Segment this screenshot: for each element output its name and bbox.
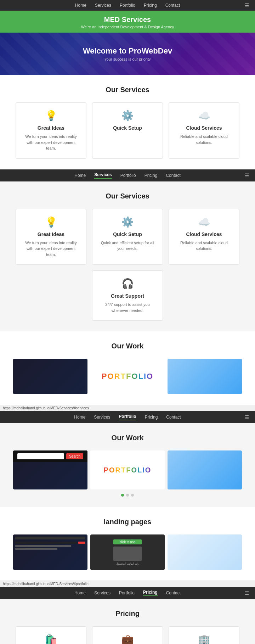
services-title-2: Our Services: [7, 192, 248, 200]
search-sim-btn: Search: [66, 453, 83, 459]
sticky-contact-p[interactable]: Contact: [166, 415, 181, 420]
portfolio-thumb-blue-1: [168, 359, 242, 394]
card-quick-setup-2: ⚙️ Quick Setup Quick and efficient setup…: [92, 209, 163, 265]
portfolio-thumb-colorful-1: PORTFOLIO: [90, 359, 165, 394]
card-quick-setup-1: ⚙️ Quick Setup: [92, 102, 163, 159]
menu-icon: ☰: [245, 2, 249, 8]
sticky-services-p[interactable]: Services: [94, 415, 110, 420]
sticky-home-pr[interactable]: Home: [74, 590, 86, 595]
landing-thumb-2: click to use رقم الهاتف المحمول: [90, 534, 165, 570]
sticky-portfolio-s[interactable]: Portfolio: [120, 173, 136, 178]
sticky-services-pr[interactable]: Services: [94, 590, 110, 595]
sticky-menu-icon-s: ☰: [245, 173, 249, 178]
sticky-pricing-pr[interactable]: Pricing: [143, 590, 158, 596]
work-section-1: Our Work PORTFOLIO: [0, 331, 255, 405]
url-bar-services: https://mehdibaharni.github.io/MED-Servi…: [0, 405, 255, 411]
portfolio-row-2: Search PORTFOLIO: [7, 450, 248, 489]
dot-2: [126, 494, 129, 497]
search-sim-input: [17, 453, 64, 459]
url-bar-portfolio: https://mehdibaharni.github.io/MED-Servi…: [0, 581, 255, 587]
pricing-medium-icon: 💼: [98, 634, 157, 644]
sticky-home-s[interactable]: Home: [74, 173, 86, 178]
sticky-home-p[interactable]: Home: [74, 415, 85, 420]
services-cards-row-2b: 🎧 Great Support 24/7 support to assist y…: [7, 270, 248, 321]
site-subtitle: We're an Independent Development & Desig…: [0, 25, 255, 29]
nav-pricing[interactable]: Pricing: [144, 3, 157, 8]
sticky-contact-pr[interactable]: Contact: [166, 590, 181, 595]
services-cards-row-2: 💡 Great Ideas We turn your ideas into re…: [7, 209, 248, 265]
portfolio-thumb-dark-1: [13, 359, 87, 394]
hero-subtitle: Your success is our priority: [104, 57, 151, 61]
portfolio-text-1: PORTFOLIO: [102, 372, 153, 381]
sticky-nav-services: Home Services Portfolio Pricing Contact …: [0, 169, 255, 181]
sticky-nav-pricing: Home Services Portfolio Pricing Contact …: [0, 587, 255, 599]
pricing-large-icon: 🏢: [175, 634, 233, 644]
cloud-icon-1: ☁️: [175, 110, 233, 122]
nav-portfolio[interactable]: Portfolio: [120, 3, 135, 8]
sticky-menu-icon-p: ☰: [245, 414, 249, 420]
portfolio-dots: [7, 494, 248, 497]
setup-icon-2: ⚙️: [98, 216, 157, 228]
sticky-nav-portfolio: Home Services Portfolio Pricing Contact …: [0, 411, 255, 423]
top-navbar: Home Services Portfolio Pricing Contact …: [0, 0, 255, 11]
card-title-ideas-1: Great Ideas: [22, 125, 80, 131]
idea-icon-1: 💡: [22, 110, 80, 122]
hero-title: Welcome to ProWebDev: [83, 46, 172, 56]
card-desc-cloud-2: Reliable and scalable cloud solutions.: [175, 240, 233, 252]
idea-icon-2: 💡: [22, 216, 80, 228]
dot-3: [131, 494, 134, 497]
card-title-cloud-1: Cloud Services: [175, 125, 233, 131]
services-section-1: Our Services 💡 Great Ideas We turn your …: [0, 75, 255, 169]
sticky-services-s[interactable]: Services: [94, 172, 112, 179]
pricing-section: Pricing 🛍️ Small Business $99/month Basi…: [0, 599, 255, 644]
sticky-menu-icon-pr: ☰: [245, 590, 249, 596]
search-bar-sim: Search: [13, 450, 87, 462]
card-title-support-2: Great Support: [98, 293, 157, 299]
work-title-1: Our Work: [7, 342, 248, 350]
work-title-2: Our Work: [7, 434, 248, 442]
nav-contact[interactable]: Contact: [165, 3, 180, 8]
card-cloud-1: ☁️ Cloud Services Reliable and scalable …: [169, 102, 239, 159]
hero-section: Welcome to ProWebDev Your success is our…: [0, 33, 255, 75]
nav-home[interactable]: Home: [75, 3, 86, 8]
sticky-portfolio-pr[interactable]: Portfolio: [119, 590, 135, 595]
support-icon-2: 🎧: [98, 278, 157, 290]
work-section-2: Our Work Search PORTFOLIO: [0, 423, 255, 507]
portfolio-thumb-blue-2: [168, 450, 242, 489]
sticky-portfolio-p[interactable]: Portfolio: [119, 414, 136, 420]
card-cloud-2: ☁️ Cloud Services Reliable and scalable …: [169, 209, 239, 265]
landing-title: landing pages: [7, 518, 248, 526]
card-great-ideas-1: 💡 Great Ideas We turn your ideas into re…: [16, 102, 86, 159]
dot-1: [121, 494, 124, 497]
sticky-pricing-p[interactable]: Pricing: [145, 415, 158, 420]
pricing-small-icon: 🛍️: [22, 634, 80, 644]
card-title-setup-2: Quick Setup: [98, 231, 157, 237]
services-section-2: Our Services 💡 Great Ideas We turn your …: [0, 181, 255, 332]
sticky-pricing-s[interactable]: Pricing: [144, 173, 158, 178]
landing-section: landing pages click to use رقم الهاتف ال…: [0, 507, 255, 581]
cloud-icon-2: ☁️: [175, 216, 233, 228]
pricing-cards-row: 🛍️ Small Business $99/month Basic plan f…: [7, 626, 248, 644]
landing-row: click to use رقم الهاتف المحمول: [7, 534, 248, 570]
card-desc-setup-2: Quick and efficient setup for all your n…: [98, 240, 157, 252]
card-desc-support-2: 24/7 support to assist you whenever need…: [98, 302, 157, 313]
card-title-setup-1: Quick Setup: [98, 125, 157, 131]
portfolio-thumb-dark-2: Search: [13, 450, 87, 489]
site-title: MED Services: [0, 16, 255, 24]
site-header: MED Services We're an Independent Develo…: [0, 11, 255, 33]
card-title-ideas-2: Great Ideas: [22, 231, 80, 237]
landing-thumb-3: [168, 534, 242, 570]
pricing-large: 🏢 Large Business $299/month Comprehensiv…: [169, 626, 239, 644]
sticky-contact-s[interactable]: Contact: [166, 173, 180, 178]
card-support-2: 🎧 Great Support 24/7 support to assist y…: [92, 270, 163, 321]
nav-services[interactable]: Services: [95, 3, 111, 8]
setup-icon-1: ⚙️: [98, 110, 157, 122]
card-desc-ideas-2: We turn your ideas into reality with our…: [22, 240, 80, 258]
pricing-small: 🛍️ Small Business $99/month Basic plan f…: [16, 626, 86, 644]
landing-thumb-1: [13, 534, 87, 570]
card-title-cloud-2: Cloud Services: [175, 231, 233, 237]
portfolio-text-2: PORTFOLIO: [104, 466, 152, 474]
card-desc-ideas-1: We turn your ideas into reality with our…: [22, 134, 80, 151]
portfolio-row-1: PORTFOLIO: [7, 359, 248, 394]
pricing-medium: 💼 Medium Business $199/month Advanced pl…: [92, 626, 163, 644]
